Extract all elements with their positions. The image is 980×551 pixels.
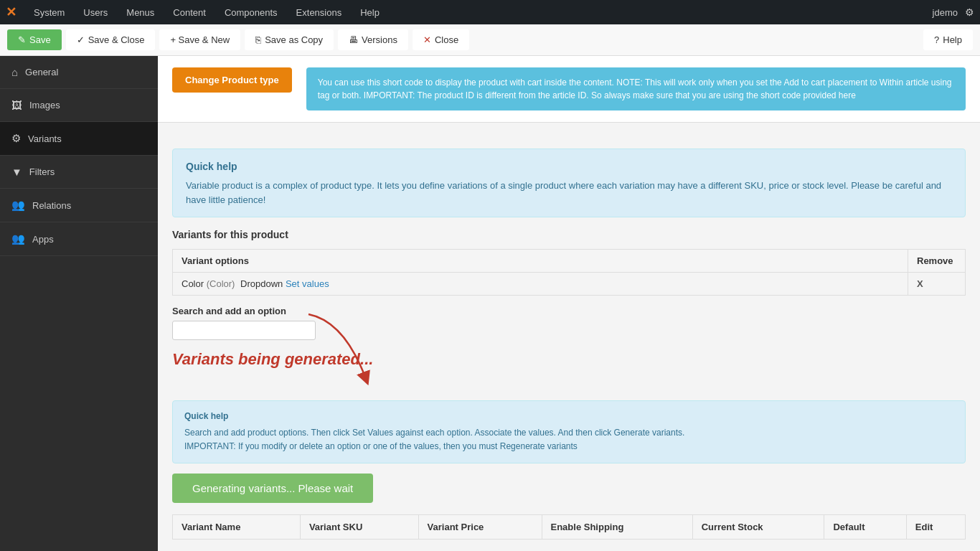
dropdown-label: Dropdown (240, 278, 283, 289)
main-content: ⌂ General 🖼 Images ⚙ Variants ▼ Filters … (0, 56, 980, 551)
sidebar-item-relations[interactable]: 👥 Relations (0, 189, 158, 222)
toolbar: ✎ Save ✓ Save & Close + Save & New ⎘ Sav… (0, 24, 980, 56)
joomla-logo: ✕ (6, 4, 17, 20)
info-box-teal: You can use this short code to display t… (306, 67, 966, 110)
nav-users[interactable]: Users (75, 3, 116, 22)
variants-title: Variants for this product (172, 229, 966, 240)
save-close-label: Save & Close (88, 34, 145, 45)
sidebar-label-images: Images (29, 100, 60, 110)
top-section: Change Product type You can use this sho… (158, 56, 980, 123)
search-option-input[interactable] (172, 321, 316, 340)
save-new-button[interactable]: + Save & New (159, 29, 240, 50)
sidebar-label-general: General (25, 67, 58, 77)
quick-help-title2: Quick help (184, 410, 953, 423)
relations-icon: 👥 (11, 199, 25, 212)
close-label: Close (435, 34, 458, 45)
variants-generating-label: Variants being generated... (172, 350, 373, 369)
generating-variants-button: Generating variants... Please wait (172, 474, 373, 503)
sidebar-item-apps[interactable]: 👥 Apps (0, 222, 158, 256)
save-icon: ✎ (18, 34, 26, 45)
sidebar-label-variants: Variants (28, 133, 62, 144)
sidebar-label-apps: Apps (32, 234, 54, 245)
nav-menus[interactable]: Menus (118, 3, 163, 22)
set-values-link[interactable]: Set values (286, 278, 329, 289)
check-icon: ✓ (77, 34, 85, 45)
images-icon: 🖼 (11, 99, 22, 111)
nav-content[interactable]: Content (164, 3, 215, 22)
home-icon: ⌂ (11, 66, 18, 78)
color-type-label: (Color) (207, 278, 235, 289)
col-variant-options: Variant options (173, 250, 908, 273)
sidebar-item-filters[interactable]: ▼ Filters (0, 156, 158, 189)
quick-help-text1: Search and add product options. Then cli… (184, 426, 953, 440)
nav-right: jdemo ⚙ (933, 6, 974, 18)
generating-area: Variants being generated... Quick help (172, 350, 966, 503)
nav-components[interactable]: Components (216, 3, 286, 22)
col-enable-shipping: Enable Shipping (542, 514, 692, 539)
save-close-button[interactable]: ✓ Save & Close (66, 29, 156, 50)
col-edit: Edit (906, 514, 965, 539)
quick-help-text2: IMPORTANT: If you modify or delete an op… (184, 440, 953, 453)
filters-icon: ▼ (11, 166, 22, 178)
variants-icon: ⚙ (11, 132, 21, 145)
sidebar-label-filters: Filters (29, 166, 55, 177)
sidebar-item-general[interactable]: ⌂ General (0, 56, 158, 89)
save-label: Save (29, 34, 51, 45)
variant-option-cell: Color (Color) Dropdown Set values (173, 273, 908, 296)
sidebar-item-images[interactable]: 🖼 Images (0, 89, 158, 122)
save-new-label: + Save & New (170, 34, 230, 45)
color-label: Color (182, 278, 204, 289)
nav-extensions[interactable]: Extensions (288, 3, 351, 22)
nav-system[interactable]: System (25, 3, 73, 22)
col-variant-price: Variant Price (418, 514, 542, 539)
variants-bottom-table: Variant Name Variant SKU Variant Price E… (172, 514, 966, 540)
close-icon: ✕ (423, 34, 431, 45)
copy-icon: ⎘ (255, 34, 261, 45)
col-variant-sku: Variant SKU (300, 514, 418, 539)
nav-help[interactable]: Help (352, 3, 388, 22)
versions-label: Versions (362, 34, 397, 45)
versions-icon: 🖶 (349, 34, 358, 45)
user-label[interactable]: jdemo (933, 7, 958, 18)
change-product-type-button[interactable]: Change Product type (172, 67, 292, 93)
quick-help-text: Variable product is a complex of product… (186, 179, 952, 207)
close-button[interactable]: ✕ Close (413, 29, 469, 50)
search-option-label: Search and add an option (172, 306, 966, 316)
col-default: Default (824, 514, 906, 539)
sidebar-item-variants[interactable]: ⚙ Variants (0, 122, 158, 156)
save-button[interactable]: ✎ Save (7, 29, 62, 50)
save-copy-label: Save as Copy (265, 34, 323, 45)
versions-button[interactable]: 🖶 Versions (338, 29, 408, 50)
table-row: Color (Color) Dropdown Set values X (173, 273, 966, 296)
gear-icon[interactable]: ⚙ (965, 6, 974, 18)
content-area: Change Product type You can use this sho… (158, 56, 980, 551)
quick-help-box: Quick help Variable product is a complex… (172, 149, 966, 217)
sidebar: ⌂ General 🖼 Images ⚙ Variants ▼ Filters … (0, 56, 158, 551)
quick-help-title: Quick help (186, 159, 952, 174)
col-current-stock: Current Stock (692, 514, 824, 539)
variant-options-table: Variant options Remove Color (Color) Dro… (172, 249, 966, 296)
sidebar-label-relations: Relations (32, 200, 71, 211)
col-variant-name: Variant Name (173, 514, 301, 539)
quick-help-box2: Quick help Search and add product option… (172, 400, 966, 463)
generating-overlay: Variants being generated... (172, 350, 966, 400)
save-copy-button[interactable]: ⎘ Save as Copy (245, 29, 334, 50)
remove-cell: X (908, 273, 966, 296)
variants-section: Variants for this product Variant option… (158, 229, 980, 551)
search-option-section: Search and add an option (172, 306, 966, 340)
help-button[interactable]: ? Help (923, 29, 973, 50)
nav-items: System Users Menus Content Components Ex… (25, 3, 933, 22)
remove-button[interactable]: X (917, 278, 923, 289)
col-remove: Remove (908, 250, 966, 273)
spacer (158, 123, 980, 137)
top-navbar: ✕ System Users Menus Content Components … (0, 0, 980, 24)
help-icon: ? (934, 34, 939, 45)
apps-icon: 👥 (11, 232, 25, 245)
help-label: Help (943, 34, 962, 45)
